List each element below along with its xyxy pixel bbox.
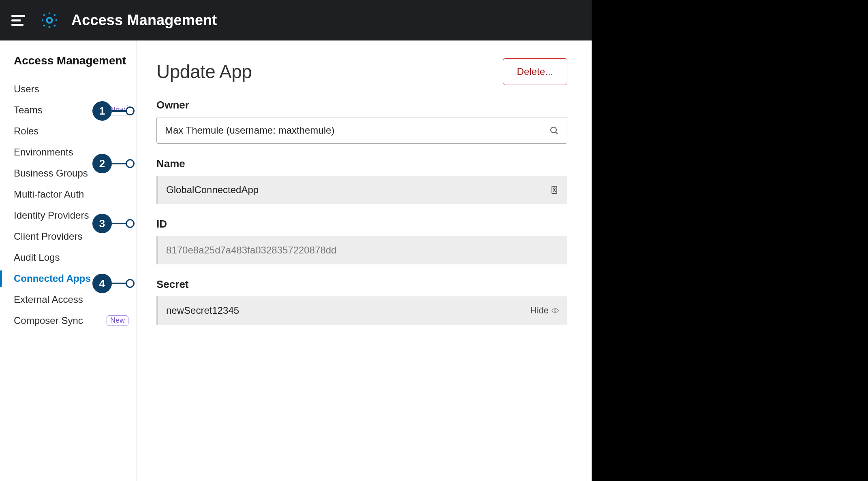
sidebar-item-label: Composer Sync <box>14 315 83 326</box>
sidebar-item-composer-sync[interactable]: Composer SyncNew <box>14 310 137 331</box>
sidebar-item-label: Users <box>14 83 39 95</box>
hide-secret-button[interactable]: Hide <box>530 305 559 316</box>
sidebar-item-label: Environments <box>14 147 73 158</box>
sidebar-item-identity-providers[interactable]: Identity Providers <box>14 205 137 226</box>
svg-point-1 <box>551 127 556 133</box>
topbar: Access Management <box>0 0 592 40</box>
sidebar-item-multi-factor-auth[interactable]: Multi-factor Auth <box>14 184 137 205</box>
hide-label: Hide <box>530 305 549 316</box>
main-header: Update App Delete... <box>156 58 567 85</box>
secret-value-block: newSecret12345 Hide <box>156 296 567 325</box>
nav-list: UsersTeamsNewRolesEnvironmentsBusiness G… <box>14 79 137 331</box>
id-value-block: 8170e8a25d7a483fa0328357220878dd <box>156 236 567 264</box>
svg-point-0 <box>47 18 52 23</box>
topbar-title: Access Management <box>71 12 217 29</box>
svg-rect-2 <box>552 186 557 194</box>
eye-icon <box>551 306 559 315</box>
new-badge: New <box>107 105 128 115</box>
name-value: GlobalConnectedApp <box>166 184 259 196</box>
id-value: 8170e8a25d7a483fa0328357220878dd <box>166 245 336 256</box>
main-panel: Update App Delete... Owner Max Themule (… <box>137 40 592 481</box>
field-name: Name GlobalConnectedApp <box>156 157 567 204</box>
sidebar-item-label: Client Providers <box>14 231 82 242</box>
sidebar-item-label: Identity Providers <box>14 210 89 221</box>
app-frame: Access Management Access Management User… <box>0 0 592 481</box>
new-badge: New <box>107 315 128 326</box>
menu-icon[interactable] <box>11 12 28 28</box>
sidebar-item-environments[interactable]: Environments <box>14 142 137 163</box>
sidebar-heading: Access Management <box>14 54 137 67</box>
name-label: Name <box>156 157 567 170</box>
sidebar-item-business-groups[interactable]: Business Groups <box>14 163 137 184</box>
sidebar-item-label: Roles <box>14 126 38 137</box>
sidebar: Access Management UsersTeamsNewRolesEnvi… <box>0 40 137 481</box>
sidebar-item-label: Connected Apps <box>14 273 91 284</box>
sidebar-item-users[interactable]: Users <box>14 79 137 100</box>
page-title: Update App <box>156 61 252 83</box>
sidebar-item-label: Teams <box>14 104 43 116</box>
sidebar-item-teams[interactable]: TeamsNew <box>14 100 137 121</box>
document-icon[interactable] <box>549 185 559 195</box>
gear-icon <box>40 11 59 30</box>
sidebar-item-client-providers[interactable]: Client Providers <box>14 226 137 247</box>
search-icon[interactable] <box>549 126 559 135</box>
field-id: ID 8170e8a25d7a483fa0328357220878dd <box>156 218 567 264</box>
sidebar-item-connected-apps[interactable]: Connected Apps <box>14 268 137 289</box>
field-secret: Secret newSecret12345 Hide <box>156 278 567 325</box>
secret-label: Secret <box>156 278 567 291</box>
owner-label: Owner <box>156 99 567 111</box>
name-value-block: GlobalConnectedApp <box>156 176 567 204</box>
sidebar-item-label: Audit Logs <box>14 252 60 263</box>
sidebar-item-roles[interactable]: Roles <box>14 121 137 142</box>
svg-point-4 <box>554 310 556 311</box>
sidebar-item-label: Multi-factor Auth <box>14 189 84 200</box>
sidebar-item-external-access[interactable]: External Access <box>14 289 137 310</box>
sidebar-item-label: Business Groups <box>14 168 88 179</box>
secret-value: newSecret12345 <box>166 305 239 316</box>
delete-button[interactable]: Delete... <box>503 58 567 85</box>
content: Access Management UsersTeamsNewRolesEnvi… <box>0 40 592 481</box>
sidebar-item-label: External Access <box>14 294 83 305</box>
sidebar-item-audit-logs[interactable]: Audit Logs <box>14 247 137 268</box>
svg-point-3 <box>554 188 555 189</box>
owner-input[interactable]: Max Themule (username: maxthemule) <box>156 117 567 144</box>
id-label: ID <box>156 218 567 230</box>
field-owner: Owner Max Themule (username: maxthemule) <box>156 99 567 144</box>
owner-value: Max Themule (username: maxthemule) <box>165 125 334 136</box>
